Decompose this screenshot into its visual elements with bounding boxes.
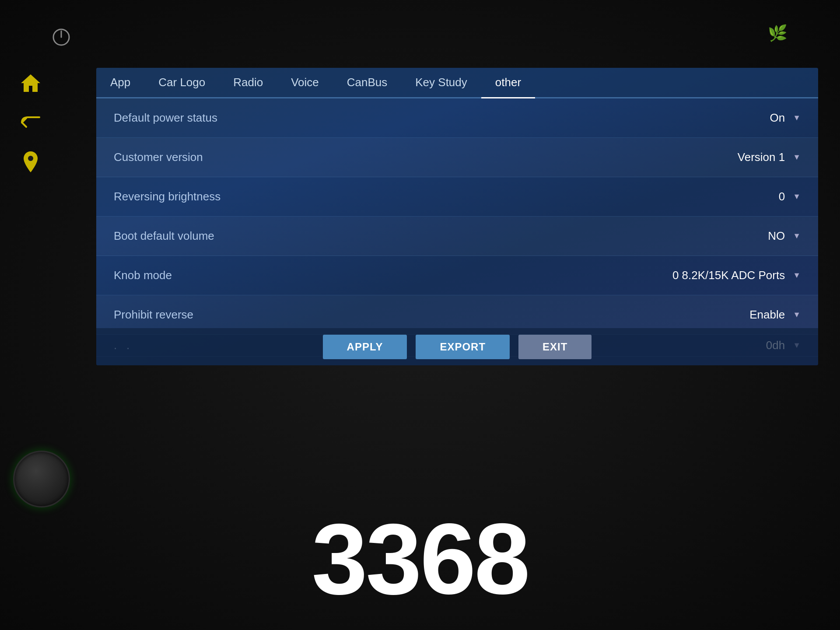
tab-voice[interactable]: Voice (277, 68, 333, 98)
setting-row-boot-volume: Boot default volume NO ▼ (96, 217, 818, 256)
setting-value-wrap-boot-volume[interactable]: NO ▼ (626, 229, 801, 243)
volume-knob[interactable] (13, 451, 70, 508)
svg-marker-2 (21, 74, 40, 92)
setting-row-customer-version: Customer version Version 1 ▼ (96, 138, 818, 177)
bottom-action-bar: APPLY EXPORT EXIT (96, 328, 818, 365)
setting-value-wrap-prohibit-reverse[interactable]: Enable ▼ (626, 308, 801, 322)
dropdown-arrow-boot-volume: ▼ (793, 231, 801, 241)
dropdown-arrow-reversing-brightness: ▼ (793, 192, 801, 201)
power-button[interactable] (48, 24, 74, 50)
main-screen: App Car Logo Radio Voice CanBus Key Stud… (96, 68, 818, 365)
setting-value-wrap-reversing-brightness[interactable]: 0 ▼ (626, 190, 801, 203)
setting-label-reversing-brightness: Reversing brightness (114, 190, 220, 203)
setting-label-default-power: Default power status (114, 111, 217, 125)
setting-value-customer-version: Version 1 (738, 150, 785, 164)
setting-row-knob-mode: Knob mode 0 8.2K/15K ADC Ports ▼ (96, 256, 818, 295)
setting-value-boot-volume: NO (768, 229, 785, 243)
setting-label-boot-volume: Boot default volume (114, 229, 214, 243)
setting-label-customer-version: Customer version (114, 150, 203, 164)
setting-value-wrap-knob-mode[interactable]: 0 8.2K/15K ADC Ports ▼ (626, 269, 801, 282)
tab-bar: App Car Logo Radio Voice CanBus Key Stud… (96, 68, 818, 98)
setting-value-wrap-customer-version[interactable]: Version 1 ▼ (626, 150, 801, 164)
back-button[interactable] (13, 109, 48, 136)
dropdown-arrow-customer-version: ▼ (793, 153, 801, 162)
setting-row-reversing-brightness: Reversing brightness 0 ▼ (96, 177, 818, 217)
tab-radio[interactable]: Radio (219, 68, 277, 98)
export-button[interactable]: EXPORT (416, 335, 510, 359)
dropdown-arrow-default-power: ▼ (793, 113, 801, 122)
setting-row-default-power: Default power status On ▼ (96, 98, 818, 138)
top-right-decoration: 🌿 (768, 24, 788, 42)
svg-point-3 (28, 156, 33, 161)
tab-other[interactable]: other (481, 68, 535, 98)
big-number-display: 3368 (0, 501, 840, 617)
dropdown-arrow-prohibit-reverse: ▼ (793, 310, 801, 319)
exit-button[interactable]: EXIT (518, 335, 592, 359)
tab-car-logo[interactable]: Car Logo (144, 68, 219, 98)
setting-value-default-power: On (770, 111, 785, 125)
tab-app[interactable]: App (96, 68, 144, 98)
leaf-icon: 🌿 (768, 24, 788, 42)
tab-key-study[interactable]: Key Study (401, 68, 481, 98)
setting-label-knob-mode: Knob mode (114, 269, 172, 282)
setting-value-wrap-default-power[interactable]: On ▼ (626, 111, 801, 125)
map-button[interactable] (13, 149, 48, 175)
home-button[interactable] (13, 70, 48, 96)
setting-value-reversing-brightness: 0 (779, 190, 785, 203)
settings-area: Default power status On ▼ Customer versi… (96, 98, 818, 357)
setting-label-prohibit-reverse: Prohibit reverse (114, 308, 193, 322)
tab-canbus[interactable]: CanBus (333, 68, 402, 98)
setting-value-prohibit-reverse: Enable (749, 308, 785, 322)
setting-value-knob-mode: 0 8.2K/15K ADC Ports (672, 269, 785, 282)
left-controls (13, 70, 48, 175)
apply-button[interactable]: APPLY (323, 335, 407, 359)
dropdown-arrow-knob-mode: ▼ (793, 271, 801, 280)
